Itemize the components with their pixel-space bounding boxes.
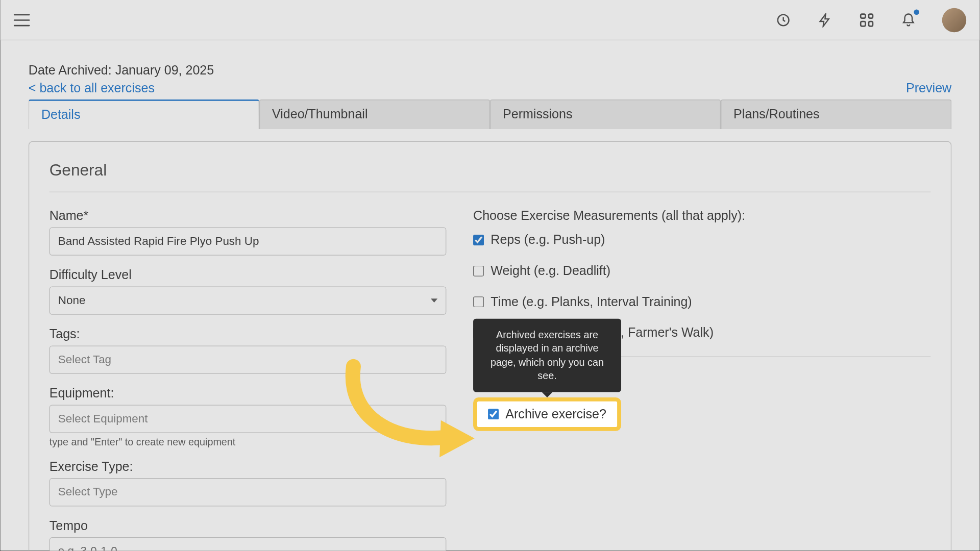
exercise-type-label: Exercise Type: xyxy=(50,459,447,474)
chevron-down-icon xyxy=(431,298,437,303)
archive-label: Archive exercise? xyxy=(505,407,606,421)
measurement-time-checkbox[interactable] xyxy=(473,296,484,307)
measurement-weight-checkbox[interactable] xyxy=(473,266,484,277)
bell-icon[interactable] xyxy=(900,12,917,28)
exercise-type-select[interactable]: Select Type xyxy=(50,478,447,506)
apps-grid-icon[interactable] xyxy=(859,12,875,28)
measurement-time[interactable]: Time (e.g. Planks, Interval Training) xyxy=(473,294,930,309)
page-content: Date Archived: January 09, 2025 < back t… xyxy=(0,40,979,550)
equipment-helper: type and "Enter" to create new equipment xyxy=(50,436,447,447)
form-left-column: Name* Difficulty Level None Tags: S xyxy=(50,209,447,551)
top-bar xyxy=(0,0,979,40)
tempo-input[interactable] xyxy=(50,537,447,550)
difficulty-select[interactable]: None xyxy=(50,286,447,314)
difficulty-value: None xyxy=(58,294,86,307)
preview-link[interactable]: Preview xyxy=(906,81,951,95)
exercise-type-placeholder: Select Type xyxy=(58,486,118,499)
measurements-title: Choose Exercise Measurements (all that a… xyxy=(473,209,930,223)
app-viewport: Date Archived: January 09, 2025 < back t… xyxy=(0,0,979,550)
tab-details[interactable]: Details xyxy=(29,99,259,129)
form-right-column: Choose Exercise Measurements (all that a… xyxy=(473,209,930,551)
tab-permissions[interactable]: Permissions xyxy=(490,99,721,129)
avatar[interactable] xyxy=(942,8,966,32)
notification-dot xyxy=(914,9,919,15)
name-label: Name* xyxy=(50,209,447,223)
section-title-general: General xyxy=(50,161,931,192)
tags-label: Tags: xyxy=(50,327,447,342)
topbar-actions xyxy=(775,8,966,32)
hamburger-icon[interactable] xyxy=(14,14,30,26)
tempo-label: Tempo xyxy=(50,518,447,533)
archive-tooltip: Archived exercises are displayed in an a… xyxy=(473,319,621,392)
bolt-icon[interactable] xyxy=(817,12,834,28)
measurement-reps-checkbox[interactable] xyxy=(473,235,484,245)
name-input[interactable] xyxy=(50,227,447,255)
clock-icon[interactable] xyxy=(775,12,792,28)
date-archived-label: Date Archived: January 09, 2025 xyxy=(29,63,951,78)
measurement-reps-label: Reps (e.g. Push-up) xyxy=(491,233,605,247)
tags-placeholder: Select Tag xyxy=(58,353,111,366)
measurement-weight-label: Weight (e.g. Deadlift) xyxy=(491,264,610,279)
measurement-reps[interactable]: Reps (e.g. Push-up) xyxy=(473,233,930,247)
archive-checkbox[interactable] xyxy=(488,409,499,419)
tags-select[interactable]: Select Tag xyxy=(50,345,447,373)
archive-highlight: Archived exercises are displayed in an a… xyxy=(473,397,621,431)
tab-plans-routines[interactable]: Plans/Routines xyxy=(721,99,951,129)
equipment-label: Equipment: xyxy=(50,386,447,401)
equipment-select[interactable]: Select Equipment xyxy=(50,405,447,433)
tab-video-thumbnail[interactable]: Video/Thumbnail xyxy=(259,99,490,129)
difficulty-label: Difficulty Level xyxy=(50,268,447,283)
tabs: Details Video/Thumbnail Permissions Plan… xyxy=(29,99,951,129)
details-panel: General Name* Difficulty Level None xyxy=(29,141,951,551)
equipment-placeholder: Select Equipment xyxy=(58,412,148,425)
back-link[interactable]: < back to all exercises xyxy=(29,81,155,95)
measurement-time-label: Time (e.g. Planks, Interval Training) xyxy=(491,294,692,309)
measurement-weight[interactable]: Weight (e.g. Deadlift) xyxy=(473,264,930,279)
